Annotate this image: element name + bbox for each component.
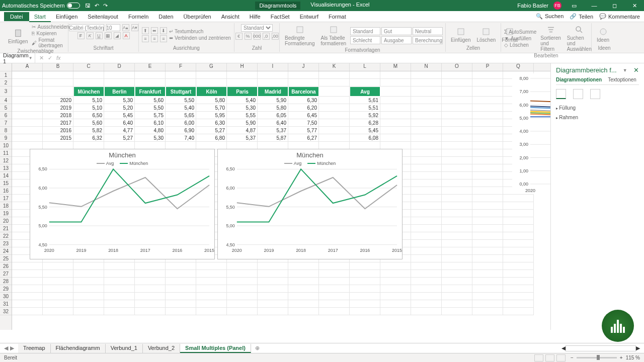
column-header[interactable]: I <box>258 63 288 71</box>
cell[interactable]: 5,40 <box>227 97 258 104</box>
cell[interactable] <box>258 270 288 278</box>
cell[interactable] <box>472 157 503 164</box>
cell[interactable] <box>442 79 472 86</box>
row-header[interactable]: 32 <box>0 308 12 315</box>
column-headers[interactable]: ABCDEFGHIJKLMNOPQ <box>12 63 644 71</box>
cell[interactable] <box>503 308 534 315</box>
text-options-tab[interactable]: Textoptionen <box>608 77 636 82</box>
cell[interactable] <box>135 79 166 86</box>
cell[interactable] <box>442 225 472 232</box>
column-header[interactable]: O <box>442 63 472 71</box>
cell[interactable] <box>258 278 288 285</box>
cell[interactable]: 6,05 <box>258 112 288 119</box>
cell[interactable]: 5,20 <box>104 104 135 112</box>
cell[interactable]: 2015 <box>43 134 73 142</box>
cell[interactable] <box>442 210 472 217</box>
cell[interactable] <box>12 134 43 142</box>
cell[interactable] <box>319 262 350 270</box>
column-header[interactable]: M <box>380 63 411 71</box>
row-header[interactable]: 19 <box>0 210 12 217</box>
cell[interactable] <box>411 104 442 112</box>
percent-icon[interactable]: % <box>245 33 252 40</box>
cell[interactable] <box>380 278 411 285</box>
align-middle-icon[interactable]: ⬌ <box>151 27 158 34</box>
cell[interactable]: 6,10 <box>135 119 166 127</box>
cell[interactable] <box>442 285 472 293</box>
cell[interactable] <box>442 232 472 240</box>
cell[interactable] <box>104 285 135 293</box>
cell[interactable] <box>411 112 442 119</box>
cell[interactable] <box>73 262 104 270</box>
cell[interactable]: Barcelona <box>288 86 319 97</box>
ribbon-tab-einfügen[interactable]: Einfügen <box>51 12 83 21</box>
cell[interactable] <box>12 97 43 104</box>
cell[interactable] <box>43 300 73 308</box>
cell[interactable]: 6,90 <box>166 127 196 134</box>
cell[interactable] <box>319 71 350 79</box>
cell[interactable] <box>472 217 503 225</box>
cell[interactable] <box>411 247 442 255</box>
cell[interactable] <box>380 293 411 300</box>
cell[interactable] <box>350 308 380 315</box>
row-header[interactable]: 16 <box>0 187 12 195</box>
cell[interactable] <box>319 293 350 300</box>
cell[interactable]: 5,30 <box>135 134 166 142</box>
cell[interactable] <box>227 262 258 270</box>
cell[interactable] <box>472 225 503 232</box>
cell[interactable] <box>12 293 43 300</box>
cell[interactable] <box>411 187 442 195</box>
align-left-icon[interactable]: ≡ <box>142 35 149 42</box>
cut-button[interactable]: ✂ Ausschneiden <box>32 24 69 30</box>
cell[interactable] <box>258 79 288 86</box>
cell[interactable] <box>43 71 73 79</box>
increase-decimal-icon[interactable]: ,0 <box>263 33 270 40</box>
cell[interactable] <box>350 79 380 86</box>
cell[interactable] <box>104 270 135 278</box>
cell[interactable] <box>442 300 472 308</box>
cell[interactable] <box>442 278 472 285</box>
cell[interactable] <box>472 134 503 142</box>
cell[interactable]: 5,61 <box>350 97 380 104</box>
cell[interactable]: 6,40 <box>104 119 135 127</box>
sort-filter-button[interactable]: Sortieren und Filtern <box>538 24 563 53</box>
cell[interactable] <box>472 179 503 187</box>
autosave-toggle[interactable]: Automatisches Speichern <box>2 3 80 9</box>
ribbon-tab-daten[interactable]: Daten <box>153 12 178 21</box>
cell[interactable] <box>319 119 350 127</box>
cell[interactable] <box>104 262 135 270</box>
cell[interactable] <box>73 285 104 293</box>
column-header[interactable]: K <box>319 63 350 71</box>
align-right-icon[interactable]: ≡ <box>160 35 167 42</box>
cell[interactable] <box>472 112 503 119</box>
cell[interactable] <box>319 104 350 112</box>
cell[interactable] <box>472 262 503 270</box>
cell[interactable] <box>135 285 166 293</box>
cell[interactable] <box>288 270 319 278</box>
file-tab[interactable]: Datei <box>4 12 29 21</box>
pane-dropdown-icon[interactable]: ▼ <box>623 68 627 73</box>
cell[interactable] <box>73 142 104 149</box>
close-icon[interactable]: ✕ <box>627 3 642 9</box>
cell[interactable] <box>472 278 503 285</box>
row-header[interactable]: 4 <box>0 97 12 104</box>
cell[interactable]: 2016 <box>43 127 73 134</box>
cell[interactable] <box>196 278 227 285</box>
cell[interactable] <box>196 71 227 79</box>
row-header[interactable]: 17 <box>0 195 12 202</box>
cell[interactable] <box>411 217 442 225</box>
cell[interactable] <box>319 127 350 134</box>
cell[interactable]: 5,75 <box>135 112 166 119</box>
fx-icon[interactable]: fx <box>56 55 61 61</box>
cell[interactable] <box>411 262 442 270</box>
cell[interactable]: 5,37 <box>227 134 258 142</box>
cell[interactable] <box>12 285 43 293</box>
cell[interactable] <box>104 308 135 315</box>
cell[interactable] <box>43 86 73 97</box>
cell[interactable] <box>472 232 503 240</box>
cell[interactable] <box>380 97 411 104</box>
cell[interactable]: Avg <box>350 86 380 97</box>
insert-cells-button[interactable]: Einfügen <box>449 26 472 44</box>
cell[interactable]: 6,00 <box>166 119 196 127</box>
clear-button[interactable]: ◇ Löschen <box>504 42 536 48</box>
cell[interactable] <box>104 300 135 308</box>
